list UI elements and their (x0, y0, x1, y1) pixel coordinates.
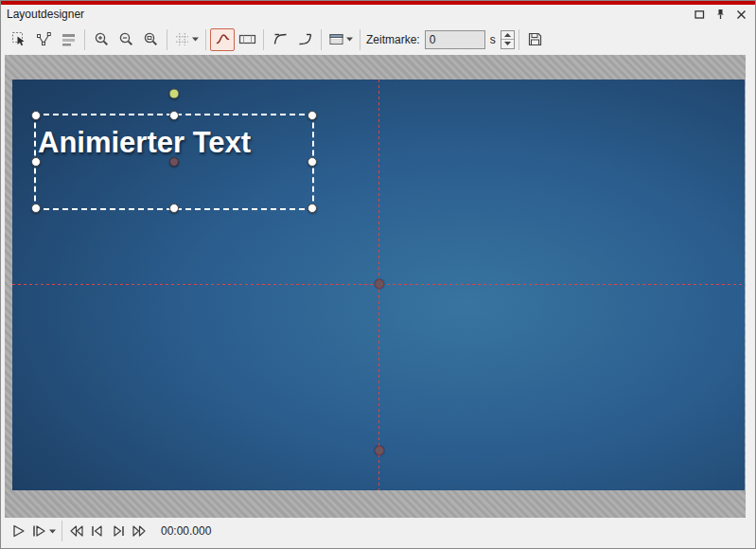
motion-path-icon (215, 31, 231, 47)
zoom-in-button[interactable] (89, 28, 114, 51)
skip-to-start-button[interactable] (87, 522, 108, 540)
fast-forward-icon (131, 523, 148, 539)
fast-forward-button[interactable] (129, 522, 149, 540)
tracks-icon (61, 31, 77, 47)
toolbar-separator (263, 29, 264, 50)
maximize-icon (694, 9, 705, 20)
time-display: 00:00.000 (161, 524, 211, 538)
zeitmarke-input[interactable] (425, 30, 485, 49)
camera-frame-icon (238, 31, 256, 47)
zoom-out-button[interactable] (114, 28, 138, 51)
chevron-down-icon (192, 37, 199, 42)
resize-handle-middle-right[interactable] (308, 157, 317, 167)
resize-handle-bottom-left[interactable] (31, 204, 41, 213)
resize-handle-bottom-center[interactable] (169, 204, 179, 213)
close-icon (736, 9, 747, 20)
ease-out-button[interactable] (268, 28, 292, 51)
zeitmarke-stepper (501, 30, 515, 49)
titlebar[interactable]: Layoutdesigner (1, 5, 755, 24)
slide-canvas[interactable]: Animierter Text (12, 80, 745, 490)
animated-text-object[interactable]: Animierter Text (38, 126, 251, 160)
toolbar-separator (205, 29, 206, 50)
motion-path-button[interactable] (210, 28, 235, 51)
playback-bar: 00:00.000 (1, 518, 755, 544)
skip-to-end-button[interactable] (108, 522, 129, 540)
toolbar-separator (519, 29, 519, 50)
resize-handle-top-left[interactable] (31, 111, 41, 120)
resize-handle-top-center[interactable] (169, 111, 179, 120)
object-list-icon (328, 31, 344, 47)
chevron-down-icon (49, 529, 56, 534)
toolbar-separator (321, 29, 322, 50)
toolbar-separator (84, 29, 85, 50)
select-tool-button[interactable] (7, 28, 31, 51)
zoom-fit-button[interactable] (138, 28, 163, 51)
select-tool-icon (11, 31, 27, 47)
pin-icon (715, 9, 726, 20)
ease-out-icon (273, 31, 289, 47)
skip-to-end-icon (110, 523, 127, 539)
play-from-marker-button[interactable] (29, 522, 58, 540)
ease-in-icon (297, 31, 313, 47)
stage-background: Animierter Text (5, 55, 746, 518)
window-title: Layoutdesigner (7, 8, 84, 21)
playbar-separator (62, 521, 62, 541)
camera-frame-button[interactable] (235, 28, 259, 51)
rewind-button[interactable] (66, 522, 87, 540)
grid-icon (174, 31, 190, 47)
grid-button[interactable] (171, 28, 202, 51)
ease-in-button[interactable] (292, 28, 317, 51)
skip-to-start-icon (89, 523, 106, 539)
close-button[interactable] (732, 8, 749, 22)
stepper-down-button[interactable] (501, 39, 514, 48)
play-icon (10, 523, 27, 539)
play-from-marker-icon (31, 523, 48, 539)
guide-center-handle[interactable] (375, 279, 384, 289)
save-icon (527, 31, 543, 47)
maximize-button[interactable] (691, 8, 708, 22)
rotation-handle[interactable] (169, 89, 180, 99)
save-button[interactable] (523, 28, 548, 51)
toolbar: Zeitmarke: s (1, 24, 755, 55)
guide-lower-handle[interactable] (375, 446, 384, 455)
zoom-fit-icon (143, 31, 159, 47)
resize-handle-top-right[interactable] (308, 111, 317, 120)
tracks-button[interactable] (56, 28, 80, 51)
chevron-down-icon (346, 37, 353, 42)
object-list-button[interactable] (325, 28, 356, 51)
toolbar-separator (167, 29, 167, 50)
rewind-icon (68, 523, 85, 539)
resize-handle-bottom-right[interactable] (308, 204, 317, 213)
zeitmarke-label: Zeitmarke: (366, 33, 420, 46)
stepper-up-button[interactable] (501, 31, 514, 40)
window-bottom-frame (1, 544, 755, 548)
curve-nodes-button[interactable] (31, 28, 56, 51)
pin-button[interactable] (712, 8, 729, 22)
play-button[interactable] (9, 522, 29, 540)
toolbar-separator (360, 29, 360, 50)
zoom-out-icon (118, 31, 134, 47)
zoom-in-icon (94, 31, 110, 47)
layoutdesigner-window: Layoutdesigner (0, 0, 756, 549)
zeitmarke-unit-label: s (490, 33, 496, 46)
curve-nodes-icon (36, 31, 52, 47)
